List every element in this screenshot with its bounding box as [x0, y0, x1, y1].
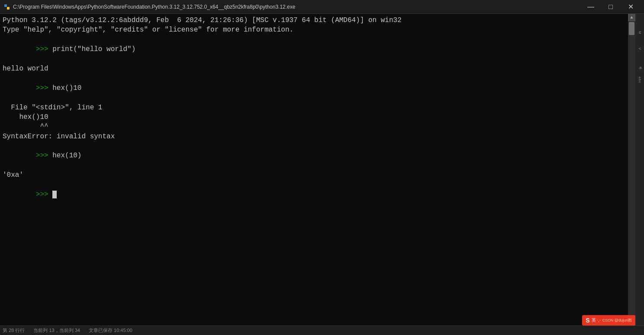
result-line: '0xa' — [3, 170, 625, 180]
python-version-line: Python 3.12.2 (tags/v3.12.2:6abddd9, Feb… — [3, 16, 625, 25]
cmd-line-2: >>> hex()10 — [3, 73, 625, 102]
minimize-button[interactable]: — — [581, 0, 601, 14]
terminal-area[interactable]: Python 3.12.2 (tags/v3.12.2:6abddd9, Feb… — [0, 14, 628, 325]
col-count: 当前列 13，当前列 34 — [33, 327, 80, 334]
sidebar-label-abc: abc — [638, 77, 642, 83]
sidebar-label-text: 本 — [638, 63, 642, 64]
vertical-scrollbar[interactable]: ▲ ▼ — [628, 14, 635, 325]
error-file-line: File "<stdin>", line 1 — [3, 103, 625, 112]
cmd-line-3: >>> hex(10) — [3, 141, 625, 170]
scroll-thumb[interactable] — [629, 22, 634, 35]
syntax-error-line: SyntaxError: invalid syntax — [3, 132, 625, 141]
cmd-3-text: hex(10) — [52, 152, 81, 160]
title-bar: C:\Program Files\WindowsApps\PythonSoftw… — [0, 0, 644, 14]
maximize-button[interactable]: □ — [601, 0, 621, 14]
prompt-4: >>> — [36, 191, 52, 198]
right-sidebar: M V 本 abc — [635, 14, 644, 325]
close-button[interactable]: ✕ — [621, 0, 641, 14]
cursor-block — [52, 191, 57, 198]
line-count: 第 28 行行 — [3, 327, 25, 334]
prompt-2: >>> — [36, 84, 52, 92]
error-code-line: hex()10 — [3, 112, 625, 122]
csdn-badge-text: 英 ·,· — [592, 317, 601, 323]
prompt-1: >>> — [36, 45, 52, 53]
sidebar-label-m: M — [638, 31, 642, 35]
cmd-2-text: hex()10 — [52, 84, 81, 92]
status-bar: 第 28 行行 当前列 13，当前列 34 文章已保存 10:45:00 — [0, 325, 644, 335]
python-info-line: Type "help", "copyright", "credits" or "… — [3, 25, 625, 35]
terminal-window: C:\Program Files\WindowsApps\PythonSoftw… — [0, 0, 644, 335]
svg-rect-0 — [4, 4, 7, 7]
saved-status: 文章已保存 10:45:00 — [89, 327, 132, 334]
csdn-user-label: CSDN @dujun图 — [602, 318, 632, 323]
main-content: Python 3.12.2 (tags/v3.12.2:6abddd9, Feb… — [0, 14, 644, 325]
sidebar-label-v: V — [638, 48, 642, 50]
svg-rect-1 — [7, 7, 10, 10]
scroll-up-button[interactable]: ▲ — [628, 14, 635, 21]
csdn-badge: S 英 ·,· CSDN @dujun图 — [582, 315, 635, 325]
python-icon — [3, 3, 10, 10]
cmd-1-text: print("hello world") — [52, 45, 135, 53]
output-line-1: hello world — [3, 64, 625, 73]
window-title: C:\Program Files\WindowsApps\PythonSoftw… — [13, 4, 295, 10]
error-caret-line: ^^ — [3, 122, 625, 131]
cmd-line-4: >>> — [3, 180, 625, 209]
title-bar-left: C:\Program Files\WindowsApps\PythonSoftw… — [3, 3, 295, 10]
window-controls: — □ ✕ — [581, 0, 641, 14]
prompt-3: >>> — [36, 152, 52, 160]
cmd-line-1: >>> print("hello world") — [3, 35, 625, 64]
csdn-s-icon: S — [586, 317, 589, 324]
